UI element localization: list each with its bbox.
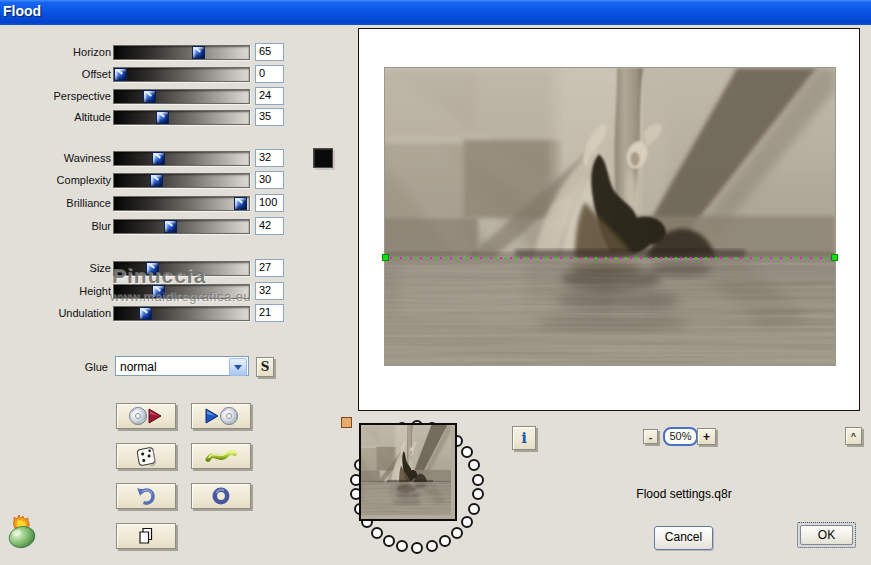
memory-dot[interactable]	[472, 488, 484, 500]
slider-track[interactable]	[113, 89, 250, 104]
slider-value[interactable]: 21	[255, 304, 284, 322]
slider-value[interactable]: 35	[255, 108, 284, 126]
slider-track[interactable]	[113, 306, 250, 321]
slider-label: Size	[6, 262, 111, 274]
load-settings-button[interactable]	[191, 403, 251, 429]
wave-style-button[interactable]	[191, 443, 251, 469]
memory-dot[interactable]	[461, 446, 473, 458]
preview-thumbnail[interactable]	[359, 423, 457, 521]
memory-dot[interactable]	[468, 459, 480, 471]
ok-button[interactable]: OK	[797, 522, 856, 548]
slider-value[interactable]: 65	[255, 43, 284, 61]
slider-handle[interactable]	[139, 307, 152, 320]
memory-dot[interactable]	[461, 516, 473, 528]
memory-dot[interactable]	[411, 542, 423, 554]
ok-button-face[interactable]: OK	[800, 525, 853, 545]
memory-dot[interactable]	[468, 503, 480, 515]
slider-label: Brilliance	[6, 197, 111, 209]
glue-selected-value: normal	[120, 360, 157, 374]
ring-button[interactable]	[191, 483, 251, 509]
window-titlebar: Flood	[0, 0, 871, 25]
zoom-out-button[interactable]: -	[643, 429, 658, 444]
undo-icon	[135, 486, 157, 506]
cancel-button[interactable]: Cancel	[654, 526, 713, 550]
slider-value[interactable]: 0	[255, 65, 284, 83]
slider-handle[interactable]	[143, 90, 156, 103]
slider-label: Perspective	[6, 90, 111, 102]
glue-label: Glue	[60, 361, 108, 373]
undo-button[interactable]	[116, 483, 176, 509]
slider-label: Horizon	[6, 46, 111, 58]
horizon-handle-left[interactable]	[382, 254, 389, 261]
save-settings-button[interactable]	[116, 403, 176, 429]
slider-track[interactable]	[113, 173, 250, 188]
s-button[interactable]: S	[256, 357, 274, 377]
collapse-button[interactable]: ^	[845, 427, 862, 445]
glue-dropdown[interactable]: normal	[115, 356, 249, 376]
slider-handle[interactable]	[114, 68, 127, 81]
wave-icon	[205, 447, 237, 465]
slider-handle[interactable]	[192, 46, 205, 59]
slider-value[interactable]: 100	[255, 194, 284, 212]
settings-filename: Flood settings.q8r	[614, 487, 754, 501]
slider-value[interactable]: 30	[255, 171, 284, 189]
slider-label: Height	[6, 285, 111, 297]
memory-dot[interactable]	[439, 535, 451, 547]
slider-value[interactable]: 32	[255, 149, 284, 167]
horizon-guide-line[interactable]	[385, 257, 835, 259]
slider-value[interactable]: 27	[255, 259, 284, 277]
flood-dialog: { "window": { "title": "Flood" }, "slide…	[0, 0, 871, 565]
memory-dot[interactable]	[371, 527, 383, 539]
slider-value[interactable]: 42	[255, 217, 284, 235]
slider-value[interactable]: 32	[255, 282, 284, 300]
preview-image[interactable]	[385, 68, 835, 365]
slider-track[interactable]	[113, 284, 250, 299]
slider-track[interactable]	[113, 196, 250, 211]
memory-dot[interactable]	[396, 540, 408, 552]
slider-handle[interactable]	[152, 285, 165, 298]
slider-handle[interactable]	[152, 152, 165, 165]
memory-dot[interactable]	[472, 474, 484, 486]
randomize-button[interactable]	[116, 443, 176, 469]
slider-track[interactable]	[113, 219, 250, 234]
cd-import-icon	[203, 406, 239, 426]
slider-label: Complexity	[6, 174, 111, 186]
zoom-in-button[interactable]: +	[697, 428, 716, 445]
slider-handle[interactable]	[164, 220, 177, 233]
dice-icon	[134, 445, 158, 467]
memory-dot[interactable]	[426, 540, 438, 552]
zoom-level[interactable]: 50%	[663, 427, 698, 446]
copy-icon	[135, 526, 157, 546]
slider-track[interactable]	[113, 151, 250, 166]
slider-value[interactable]: 24	[255, 87, 284, 105]
slider-track[interactable]	[113, 67, 250, 82]
memory-dot[interactable]	[451, 527, 463, 539]
slider-handle[interactable]	[234, 197, 247, 210]
slider-label: Offset	[6, 68, 111, 80]
slider-track[interactable]	[113, 261, 250, 276]
memory-dot[interactable]	[383, 535, 395, 547]
slider-track[interactable]	[113, 110, 250, 125]
active-memory-dot[interactable]	[341, 417, 352, 428]
cd-export-icon	[128, 406, 164, 426]
ring-icon	[211, 486, 231, 506]
horizon-handle-right[interactable]	[831, 254, 838, 261]
slider-track[interactable]	[113, 45, 250, 60]
info-button[interactable]: i	[512, 426, 536, 450]
slider-label: Waviness	[6, 152, 111, 164]
slider-label: Undulation	[6, 307, 111, 319]
slider-handle[interactable]	[150, 174, 163, 187]
slider-label: Altitude	[6, 111, 111, 123]
window-title: Flood	[3, 3, 41, 19]
flaming-pear-logo[interactable]	[5, 514, 43, 550]
slider-label: Blur	[6, 220, 111, 232]
slider-handle[interactable]	[156, 111, 169, 124]
copy-button[interactable]	[116, 523, 176, 549]
chevron-down-icon[interactable]	[229, 358, 247, 376]
slider-handle[interactable]	[146, 262, 159, 275]
water-color-swatch[interactable]	[313, 148, 333, 168]
